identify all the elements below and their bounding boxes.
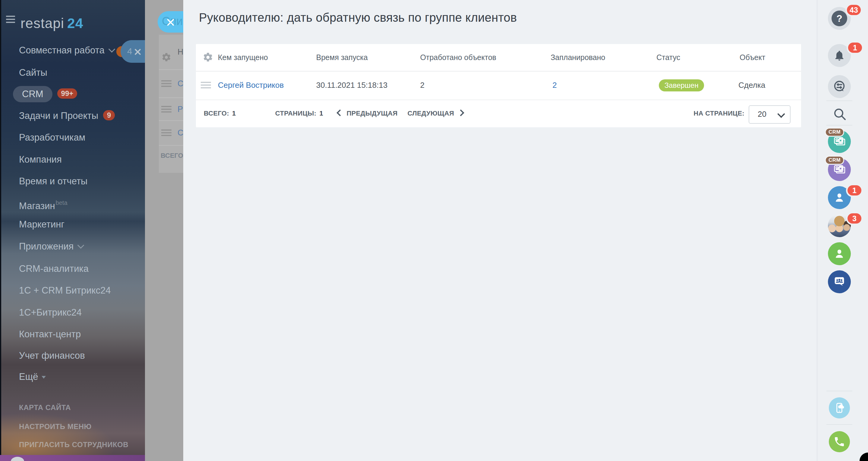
chevron-down-icon (78, 242, 84, 249)
table-footer: ВСЕГО:1 СТРАНИЦЫ:1 ПРЕДЫДУЩАЯ СЛЕДУЮЩАЯ … (196, 99, 801, 127)
sidebar-item-contact-center[interactable]: Контакт-центр (19, 323, 81, 345)
invite-employees-link[interactable]: ПРИГЛАСИТЬ СОТРУДНИКОВ (19, 440, 128, 450)
sidebar-item-sites[interactable]: Сайты (19, 62, 47, 84)
search-icon[interactable] (832, 107, 847, 121)
column-started-by[interactable]: Кем запущено (218, 44, 268, 71)
sidebar-bottom-bar (0, 455, 145, 461)
crm-tag: CRM (825, 127, 844, 137)
menu-collapse-button[interactable]: 4 (121, 40, 145, 63)
column-object[interactable]: Объект (740, 44, 765, 71)
notifications-button[interactable]: 1 (828, 44, 851, 67)
triangle-down-icon (41, 376, 46, 379)
divider (827, 125, 852, 125)
group-chat-bubble-icon (832, 275, 846, 289)
collapse-counter: 4 (127, 46, 132, 56)
dimmed-table-fragment: Н С Р С ВСЕГО (159, 35, 183, 173)
sidebar-item-more[interactable]: Ещё (19, 366, 46, 388)
hamburger-icon (161, 80, 172, 87)
table-header: Кем запущено Время запуска Отработано об… (196, 44, 801, 71)
sitemap-link[interactable]: КАРТА САЙТА (19, 403, 71, 412)
mobile-app-button[interactable] (829, 397, 850, 419)
sidebar-item-developers[interactable]: Разработчикам (19, 127, 85, 148)
process-runs-table: Кем запущено Время запуска Отработано об… (196, 44, 801, 127)
phone-handset-icon (833, 436, 845, 448)
bell-icon (833, 50, 845, 62)
status-badge: Завершен (659, 79, 704, 91)
help-button[interactable]: ? 43 (828, 7, 851, 30)
chat-user-blue[interactable]: 1 (828, 186, 851, 209)
chevron-down-icon (108, 46, 115, 53)
per-page-label: НА СТРАНИЦЕ: (657, 99, 744, 127)
page-title: Руководителю: дать обратную связь по гру… (199, 11, 517, 24)
slider-panel: Руководителю: дать обратную связь по гру… (183, 0, 817, 461)
chat-user-green[interactable] (828, 242, 851, 265)
phone-cloud-icon (833, 402, 845, 414)
sidebar-item-time-reports[interactable]: Время и отчеты (19, 170, 87, 192)
sidebar-item-finance[interactable]: Учет финансов (19, 345, 85, 367)
next-page-button[interactable]: СЛЕДУЮЩАЯ (407, 99, 463, 127)
sidebar-item-company[interactable]: Компания (19, 149, 62, 170)
avatar-peek (11, 457, 24, 461)
hamburger-icon (161, 129, 172, 136)
column-status[interactable]: Статус (656, 44, 680, 71)
logo[interactable]: restapi24 (21, 15, 83, 31)
chat-transfer-icon (832, 80, 846, 93)
contact-card-icon (833, 136, 846, 147)
contact-card-icon (833, 164, 846, 176)
hamburger-icon (161, 106, 172, 113)
question-icon: ? (832, 10, 847, 26)
gear-icon (161, 52, 172, 62)
menu-burger-icon[interactable] (6, 16, 15, 24)
divider (827, 100, 852, 101)
chat-group-photo[interactable]: 3 (828, 214, 851, 237)
sidebar-item-tasks[interactable]: Задачи и Проекты9 (19, 105, 115, 127)
chat-crm-teal[interactable]: CRM (828, 130, 851, 153)
sidebar-item-crm-analytics[interactable]: CRM-аналитика (19, 258, 89, 280)
row-actions-hamburger-icon[interactable] (201, 82, 211, 89)
crm-tag: CRM (825, 156, 844, 165)
table-row[interactable]: Сергей Востриков 30.11.2021 15:18:13 2 2… (196, 71, 801, 100)
configure-menu-link[interactable]: НАСТРОИТЬ МЕНЮ (19, 422, 92, 431)
sidebar-item-1c-bitrix[interactable]: 1С+Битрикс24 (19, 302, 82, 323)
tasks-counter-badge: 9 (103, 110, 115, 120)
crm-counter-badge: 99+ (57, 88, 78, 99)
sidebar-item-collaboration[interactable]: Совместная работа (19, 39, 114, 61)
total-counter: ВСЕГО:1 (204, 99, 236, 127)
start-time-cell: 30.11.2021 15:18:13 (316, 71, 388, 99)
planned-link[interactable]: 2 (553, 71, 557, 99)
sidebar-item-applications[interactable]: Приложения (19, 236, 83, 257)
chat-counter-badge: 3 (846, 212, 863, 225)
close-icon (166, 17, 175, 26)
sidebar-item-1c-crm[interactable]: 1С + CRM Битрикс24 (19, 280, 111, 301)
telephony-button[interactable] (829, 431, 850, 452)
chevron-down-icon (777, 110, 785, 118)
beta-label: beta (56, 199, 67, 206)
slider-close-button[interactable]: Спи (158, 11, 183, 33)
logo-24: 24 (67, 16, 83, 31)
divider (827, 391, 852, 391)
sidebar-item-marketing[interactable]: Маркетинг (19, 213, 64, 235)
divider (827, 424, 852, 425)
right-toolbar: ? 43 1 CRM CRM 1 3 (817, 0, 868, 461)
started-by-link[interactable]: Сергей Востриков (218, 71, 284, 99)
prev-page-button[interactable]: ПРЕДЫДУЩАЯ (338, 99, 398, 127)
notifications-counter-badge: 1 (846, 41, 864, 54)
table-settings-gear-icon[interactable] (203, 52, 213, 63)
sidebar-item-shop[interactable]: Магазинbeta (19, 192, 67, 213)
sidebar: restapi24 Совместная работа Сайты CRM99+… (0, 0, 145, 461)
bp-log-button[interactable] (828, 75, 851, 98)
dimmed-background-page: Н С Р С ВСЕГО Спи (145, 0, 183, 461)
pages-counter: СТРАНИЦЫ:1 (275, 99, 323, 127)
bitrix24-app: restapi24 Совместная работа Сайты CRM99+… (0, 0, 868, 461)
chevron-right-icon (457, 110, 464, 116)
sidebar-item-crm[interactable]: CRM99+ (19, 83, 77, 105)
per-page-value: 20 (758, 106, 767, 122)
person-icon (833, 191, 846, 204)
per-page-select[interactable]: 20 (749, 105, 790, 124)
column-planned[interactable]: Запланировано (551, 44, 605, 71)
column-processed[interactable]: Отработано объектов (420, 44, 496, 71)
person-icon (833, 247, 846, 260)
chat-crm-purple[interactable]: CRM (828, 158, 851, 181)
chat-general-group[interactable] (828, 270, 851, 293)
column-start-time[interactable]: Время запуска (316, 44, 368, 71)
